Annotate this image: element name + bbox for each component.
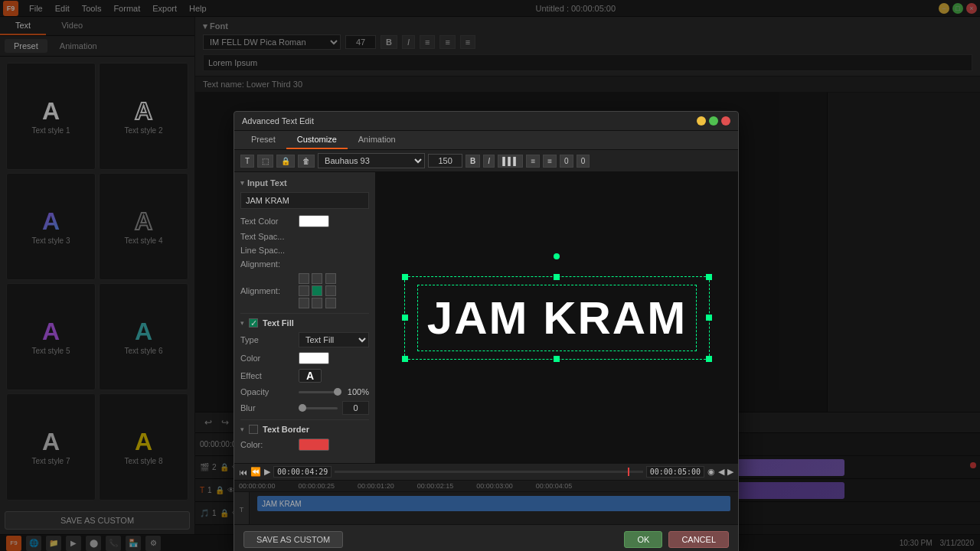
alignment-label: Alignment: bbox=[240, 259, 294, 269]
dialog-save-custom-button[interactable]: SAVE AS CUSTOM bbox=[243, 531, 343, 548]
top-handle[interactable] bbox=[554, 253, 560, 259]
fill-color-label: Color bbox=[240, 354, 294, 363]
text-border-arrow: ▾ bbox=[240, 425, 244, 433]
text-fill-label: Text Fill bbox=[263, 318, 294, 328]
alignment-grid-row: Alignment: bbox=[240, 273, 369, 308]
line-spacing-label: Line Spac... bbox=[240, 246, 294, 255]
dialog-number-x[interactable]: 0 bbox=[560, 155, 573, 168]
dt-next-keyframe[interactable]: ▶ bbox=[727, 467, 733, 477]
blur-input[interactable] bbox=[342, 401, 369, 415]
dialog-preview-area: JAM KRAM bbox=[376, 172, 738, 463]
handle-bl[interactable] bbox=[402, 356, 408, 362]
align-bot-center[interactable] bbox=[312, 298, 322, 308]
fill-color-swatch[interactable] bbox=[299, 352, 329, 364]
dialog-align-left[interactable]: ▌▌▌ bbox=[498, 155, 523, 168]
border-color-swatch[interactable] bbox=[299, 439, 329, 451]
dialog-tab-customize[interactable]: Customize bbox=[286, 131, 348, 149]
text-fill-toggle: ▾ ✓ Text Fill bbox=[240, 318, 369, 328]
preview-container: JAM KRAM bbox=[404, 276, 710, 360]
lock-tool[interactable]: 🔒 bbox=[276, 155, 295, 168]
effect-button[interactable]: A bbox=[299, 369, 322, 383]
dialog-align-center[interactable]: ≡ bbox=[526, 155, 540, 168]
handle-ml[interactable] bbox=[402, 315, 408, 321]
cursor-tool[interactable]: T bbox=[240, 155, 254, 168]
align-top-left[interactable] bbox=[299, 273, 309, 284]
dt-play-back[interactable]: ⏮ bbox=[239, 468, 247, 477]
dt-track-area: T JAM KRAM bbox=[234, 492, 738, 524]
text-spacing-label: Text Spac... bbox=[240, 232, 294, 241]
transform-tool[interactable]: ⬚ bbox=[257, 155, 273, 168]
align-bot-left[interactable] bbox=[299, 298, 309, 308]
handle-tr[interactable] bbox=[706, 274, 712, 280]
dt-add-keyframe[interactable]: ◉ bbox=[707, 467, 715, 477]
text-color-row: Text Color bbox=[240, 215, 369, 227]
handle-bc[interactable] bbox=[554, 356, 560, 362]
handle-tc[interactable] bbox=[554, 274, 560, 280]
dt-prev-keyframe[interactable]: ◀ bbox=[718, 467, 724, 477]
dialog-tab-preset[interactable]: Preset bbox=[240, 131, 286, 149]
type-row: Type Text Fill bbox=[240, 332, 369, 347]
handle-tl[interactable] bbox=[402, 274, 408, 280]
blur-thumb[interactable] bbox=[299, 404, 306, 412]
separator-2 bbox=[240, 419, 369, 420]
dialog-bold-btn[interactable]: B bbox=[466, 155, 480, 168]
dt-playhead bbox=[628, 468, 629, 476]
dialog-font-select[interactable]: Bauhaus 93 bbox=[318, 153, 425, 168]
dialog-timeline-toolbar: ⏮ ⏪ ▶ 00:00:04:29 00:00:05:00 ◉ ◀ ▶ bbox=[234, 464, 738, 481]
separator-1 bbox=[240, 313, 369, 314]
text-fill-checkbox[interactable]: ✓ bbox=[249, 318, 258, 328]
input-text-field[interactable] bbox=[240, 192, 369, 209]
dialog-minimize[interactable] bbox=[697, 116, 706, 126]
dt-progress-bar[interactable] bbox=[335, 471, 643, 473]
handle-br[interactable] bbox=[706, 356, 712, 362]
input-text-header: ▾ Input Text bbox=[240, 178, 369, 187]
dt-track-label: T bbox=[234, 492, 250, 524]
blur-slider[interactable] bbox=[299, 407, 338, 409]
dialog-footer: SAVE AS CUSTOM OK CANCEL bbox=[234, 524, 738, 551]
handle-mr[interactable] bbox=[706, 315, 712, 321]
dialog-preview-text: JAM KRAM bbox=[417, 285, 697, 351]
dialog-tab-bar: Preset Customize Animation bbox=[234, 131, 738, 150]
dt-current-time: 00:00:04:29 bbox=[273, 466, 332, 478]
dt-total-time: 00:00:05:00 bbox=[646, 466, 704, 478]
align-top-right[interactable] bbox=[325, 273, 336, 284]
dt-time-ruler: 00:00:00:00 00:00:00:25 00:00:01:20 00:0… bbox=[234, 481, 738, 492]
line-spacing-row: Line Spac... bbox=[240, 246, 369, 255]
dialog-action-buttons: OK CANCEL bbox=[624, 531, 729, 548]
align-bot-right[interactable] bbox=[325, 298, 336, 308]
align-mid-center[interactable] bbox=[312, 285, 322, 296]
opacity-thumb[interactable] bbox=[334, 388, 341, 396]
dialog-font-size[interactable] bbox=[428, 154, 462, 168]
effect-row: Effect A bbox=[240, 369, 369, 383]
dt-play[interactable]: ▶ bbox=[264, 467, 270, 477]
text-border-toggle: ▾ Text Border bbox=[240, 425, 369, 434]
border-color-label: Color: bbox=[240, 440, 294, 449]
type-select[interactable]: Text Fill bbox=[299, 332, 369, 347]
dialog-cancel-button[interactable]: CANCEL bbox=[668, 531, 729, 548]
text-color-swatch[interactable] bbox=[299, 215, 329, 227]
alignment-grid bbox=[299, 273, 337, 308]
dialog-ok-button[interactable]: OK bbox=[624, 531, 662, 548]
dt-track-content: JAM KRAM bbox=[250, 492, 738, 524]
delete-tool[interactable]: 🗑 bbox=[298, 155, 315, 168]
dt-play-prev[interactable]: ⏪ bbox=[250, 467, 261, 477]
opacity-slider[interactable] bbox=[299, 391, 338, 393]
text-border-checkbox[interactable] bbox=[249, 425, 258, 434]
dialog-number-y[interactable]: 0 bbox=[577, 155, 590, 168]
dialog-close[interactable] bbox=[721, 116, 730, 126]
dialog-timeline: ⏮ ⏪ ▶ 00:00:04:29 00:00:05:00 ◉ ◀ ▶ 00:0… bbox=[234, 463, 738, 524]
dialog-left-panel: ▾ Input Text Text Color Text Spac... Lin… bbox=[234, 172, 376, 463]
dialog-title-bar: Advanced Text Edit bbox=[234, 112, 738, 131]
align-top-center[interactable] bbox=[312, 273, 322, 284]
effect-label: Effect bbox=[240, 371, 294, 380]
border-color-row: Color: bbox=[240, 439, 369, 451]
dialog-align-right[interactable]: ≡ bbox=[543, 155, 557, 168]
dialog-tab-animation[interactable]: Animation bbox=[348, 131, 407, 149]
text-fill-arrow: ▾ bbox=[240, 319, 244, 327]
dialog-window-controls bbox=[697, 116, 730, 126]
align-mid-right[interactable] bbox=[325, 285, 336, 296]
dialog-italic-btn[interactable]: I bbox=[483, 155, 495, 168]
align-mid-left[interactable] bbox=[299, 285, 309, 296]
dialog-maximize[interactable] bbox=[709, 116, 718, 126]
dt-text-clip[interactable]: JAM KRAM bbox=[257, 496, 730, 511]
